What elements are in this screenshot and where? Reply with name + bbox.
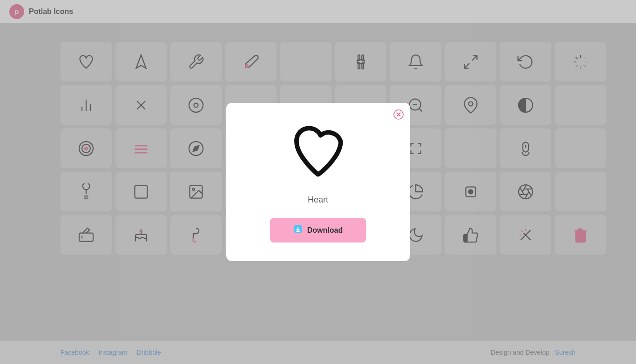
modal: Heart Download (226, 103, 410, 261)
modal-overlay: Heart Download (0, 0, 636, 364)
modal-icon-display (288, 121, 348, 184)
download-icon (293, 224, 303, 236)
download-button[interactable]: Download (270, 218, 366, 243)
modal-icon-name: Heart (308, 195, 328, 205)
download-label: Download (307, 226, 343, 235)
modal-close-button[interactable] (393, 109, 404, 120)
